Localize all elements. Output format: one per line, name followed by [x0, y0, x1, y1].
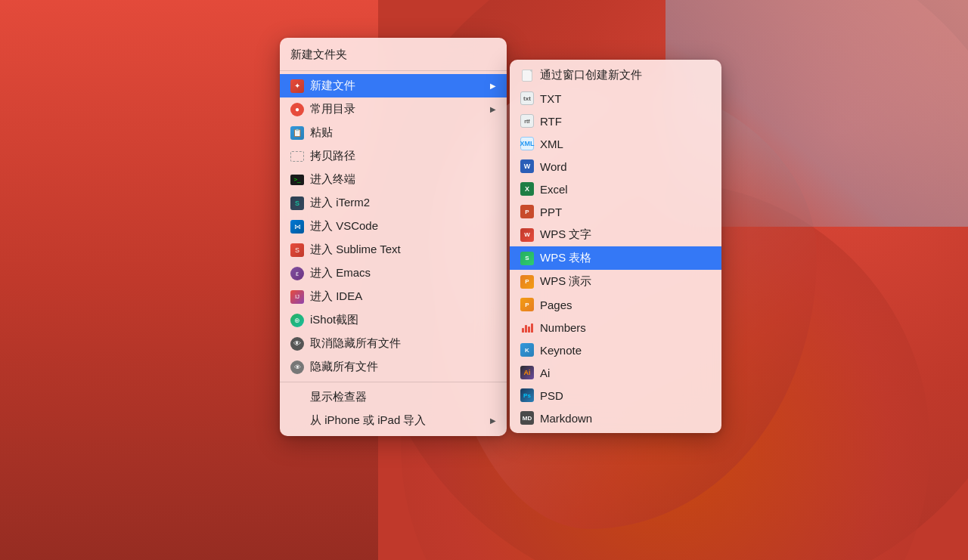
pages-icon: P	[520, 298, 534, 311]
rtf-icon: rtf	[520, 114, 534, 128]
word-icon: W	[520, 159, 534, 173]
menu-item-copy-path[interactable]: 拷贝路径	[280, 144, 507, 168]
hide-all-icon: 👁	[290, 360, 304, 374]
submenu-item-keynote[interactable]: K Keynote	[510, 339, 721, 361]
submenu-item-rtf[interactable]: rtf RTF	[510, 110, 721, 132]
submenu-item-wps-ppt[interactable]: P WPS 演示	[510, 270, 721, 293]
md-icon: MD	[520, 411, 534, 425]
submenu-item-markdown[interactable]: MD Markdown	[510, 407, 721, 429]
menu-item-ishot[interactable]: ⊕ iShot截图	[280, 308, 507, 332]
submenu-item-numbers[interactable]: Numbers	[510, 316, 721, 339]
menu-item-show-hidden[interactable]: 👁 取消隐藏所有文件	[280, 332, 507, 355]
menu-item-terminal[interactable]: >_ 进入终端	[280, 168, 507, 191]
separator-1	[280, 70, 507, 71]
ppt-icon: P	[520, 205, 534, 218]
menu-item-common-dir[interactable]: ● 常用目录 ▶	[280, 97, 507, 121]
ishot-icon: ⊕	[290, 314, 304, 327]
primary-context-menu: 新建文件夹 新建文件 ▶ ● 常用目录 ▶ 📋 粘贴	[280, 38, 507, 436]
paste-icon: 📋	[290, 126, 304, 140]
xml-icon: XML	[520, 137, 534, 150]
submenu-arrow-new-file: ▶	[490, 82, 496, 90]
submenu-item-new-via-window[interactable]: 通过窗口创建新文件	[510, 63, 721, 87]
numbers-icon	[520, 320, 534, 334]
submenu-item-xml[interactable]: XML XML	[510, 132, 721, 155]
wps-sheet-icon: S	[520, 252, 534, 265]
context-menu-wrapper: 新建文件夹 新建文件 ▶ ● 常用目录 ▶ 📋 粘贴	[280, 38, 721, 436]
submenu-item-wps-sheet[interactable]: S WPS 表格	[510, 246, 721, 270]
submenu-item-ppt[interactable]: P PPT	[510, 200, 721, 223]
new-file-app-icon	[290, 79, 304, 93]
menu-item-sublime[interactable]: S 进入 Sublime Text	[280, 238, 507, 261]
copy-path-icon	[290, 150, 304, 163]
menu-item-hide-all[interactable]: 👁 隐藏所有文件	[280, 355, 507, 379]
doc-plain-icon	[520, 69, 534, 82]
menu-item-iterm2[interactable]: S 进入 iTerm2	[280, 191, 507, 215]
submenu-item-ai[interactable]: Ai Ai	[510, 361, 721, 384]
keynote-icon: K	[520, 343, 534, 357]
vscode-icon: ⋈	[290, 220, 304, 234]
separator-2	[280, 382, 507, 382]
common-dir-icon: ●	[290, 103, 304, 116]
iterm2-icon: S	[290, 196, 304, 210]
menu-item-import[interactable]: 从 iPhone 或 iPad 导入 ▶	[280, 409, 507, 432]
menu-item-idea[interactable]: IJ 进入 IDEA	[280, 285, 507, 308]
idea-icon: IJ	[290, 290, 304, 304]
submenu-item-psd[interactable]: Ps PSD	[510, 384, 721, 407]
submenu-arrow-common-dir: ▶	[490, 105, 496, 113]
sublime-icon: S	[290, 243, 304, 257]
menu-item-new-file[interactable]: 新建文件 ▶	[280, 74, 507, 97]
submenu-item-pages[interactable]: P Pages	[510, 293, 721, 316]
menu-item-emacs[interactable]: ε 进入 Emacs	[280, 261, 507, 285]
emacs-icon: ε	[290, 267, 304, 280]
show-hidden-icon: 👁	[290, 337, 304, 351]
menu-item-inspector[interactable]: 显示检查器	[280, 385, 507, 409]
submenu-item-word[interactable]: W Word	[510, 155, 721, 178]
excel-icon: X	[520, 182, 534, 196]
submenu-new-file: 通过窗口创建新文件 txt TXT rtf RTF XML XML W	[510, 60, 721, 433]
wps-text-icon: W	[520, 228, 534, 242]
ai-icon: Ai	[520, 366, 534, 379]
menu-item-paste[interactable]: 📋 粘贴	[280, 121, 507, 144]
psd-icon: Ps	[520, 388, 534, 402]
terminal-icon: >_	[290, 173, 304, 187]
submenu-item-txt[interactable]: txt TXT	[510, 87, 721, 110]
txt-icon: txt	[520, 91, 534, 105]
wps-ppt-icon: P	[520, 275, 534, 289]
submenu-item-wps-text[interactable]: W WPS 文字	[510, 223, 721, 246]
submenu-item-excel[interactable]: X Excel	[510, 178, 721, 200]
menu-item-vscode[interactable]: ⋈ 进入 VSCode	[280, 215, 507, 238]
submenu-arrow-import: ▶	[490, 416, 496, 425]
menu-item-new-folder[interactable]: 新建文件夹	[280, 42, 507, 67]
